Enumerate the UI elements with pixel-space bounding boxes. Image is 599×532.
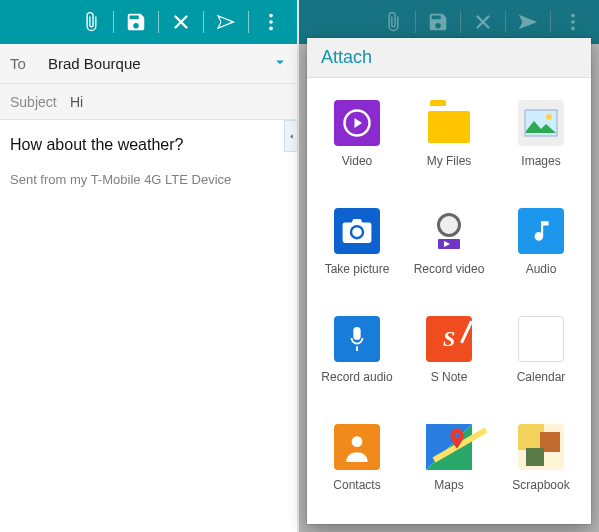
svg-point-5	[571, 27, 575, 31]
attach-item-video[interactable]: Video	[311, 88, 403, 196]
attach-item-label: Maps	[434, 478, 463, 492]
overflow-icon[interactable]	[251, 2, 291, 42]
svg-point-8	[546, 114, 552, 120]
attach-item-label: Take picture	[325, 262, 390, 276]
attach-item-contacts[interactable]: Contacts	[311, 412, 403, 520]
camera-icon	[334, 208, 380, 254]
attach-sheet-title: Attach	[307, 38, 591, 78]
body-text: How about the weather?	[10, 130, 287, 172]
scrapbook-icon	[518, 424, 564, 470]
attach-screen: Attach Video My Files Images	[299, 0, 599, 532]
save-icon[interactable]	[116, 2, 156, 42]
collapse-handle[interactable]	[284, 120, 298, 152]
contacts-icon	[334, 424, 380, 470]
svg-point-4	[571, 20, 575, 24]
svg-point-3	[571, 14, 575, 18]
svg-point-10	[352, 436, 363, 447]
attach-item-label: Scrapbook	[512, 478, 569, 492]
attach-grid: Video My Files Images Take picture	[307, 78, 591, 524]
svg-point-0	[269, 14, 273, 18]
send-icon[interactable]	[206, 2, 246, 42]
attach-item-label: Audio	[526, 262, 557, 276]
to-value: Brad Bourque	[48, 55, 141, 72]
s-note-icon: S	[426, 316, 472, 362]
attach-item-calendar[interactable]: Calendar	[495, 304, 587, 412]
attach-item-record-video[interactable]: Record video	[403, 196, 495, 304]
svg-rect-9	[353, 327, 360, 340]
attach-item-take-picture[interactable]: Take picture	[311, 196, 403, 304]
send-icon	[508, 2, 548, 42]
attach-item-label: Record audio	[321, 370, 392, 384]
microphone-icon	[334, 316, 380, 362]
to-label: To	[10, 55, 48, 72]
attach-icon[interactable]	[71, 2, 111, 42]
video-icon	[334, 100, 380, 146]
attach-item-label: Video	[342, 154, 372, 168]
attach-item-label: Contacts	[333, 478, 380, 492]
subject-row[interactable]: Subject Hi	[0, 84, 297, 120]
attach-item-label: My Files	[427, 154, 472, 168]
camcorder-icon	[426, 208, 472, 254]
overflow-icon	[553, 2, 593, 42]
attach-item-label: S Note	[431, 370, 468, 384]
compose-body[interactable]: How about the weather? Sent from my T-Mo…	[0, 120, 297, 532]
save-icon	[418, 2, 458, 42]
calendar-icon	[518, 316, 564, 362]
attach-item-maps[interactable]: Maps	[403, 412, 495, 520]
attach-item-label: Calendar	[517, 370, 566, 384]
attach-sheet: Attach Video My Files Images	[307, 38, 591, 524]
attach-item-my-files[interactable]: My Files	[403, 88, 495, 196]
expand-recipients-icon[interactable]	[271, 53, 289, 75]
attach-item-label: Images	[521, 154, 560, 168]
maps-icon	[426, 424, 472, 470]
attach-item-images[interactable]: Images	[495, 88, 587, 196]
signature-text: Sent from my T-Mobile 4G LTE Device	[10, 172, 287, 187]
attach-item-audio[interactable]: Audio	[495, 196, 587, 304]
attach-item-label: Record video	[414, 262, 485, 276]
images-icon	[518, 100, 564, 146]
attach-icon	[373, 2, 413, 42]
subject-label: Subject	[10, 94, 70, 110]
svg-point-2	[269, 27, 273, 31]
music-note-icon	[518, 208, 564, 254]
attach-item-record-audio[interactable]: Record audio	[311, 304, 403, 412]
discard-icon[interactable]	[161, 2, 201, 42]
svg-point-1	[269, 20, 273, 24]
to-row[interactable]: To Brad Bourque	[0, 44, 297, 84]
compose-toolbar	[0, 0, 297, 44]
attach-item-s-note[interactable]: S S Note	[403, 304, 495, 412]
attach-item-scrapbook[interactable]: Scrapbook	[495, 412, 587, 520]
folder-icon	[426, 100, 472, 146]
compose-screen: To Brad Bourque Subject Hi How about the…	[0, 0, 299, 532]
discard-icon	[463, 2, 503, 42]
subject-value: Hi	[70, 94, 83, 110]
